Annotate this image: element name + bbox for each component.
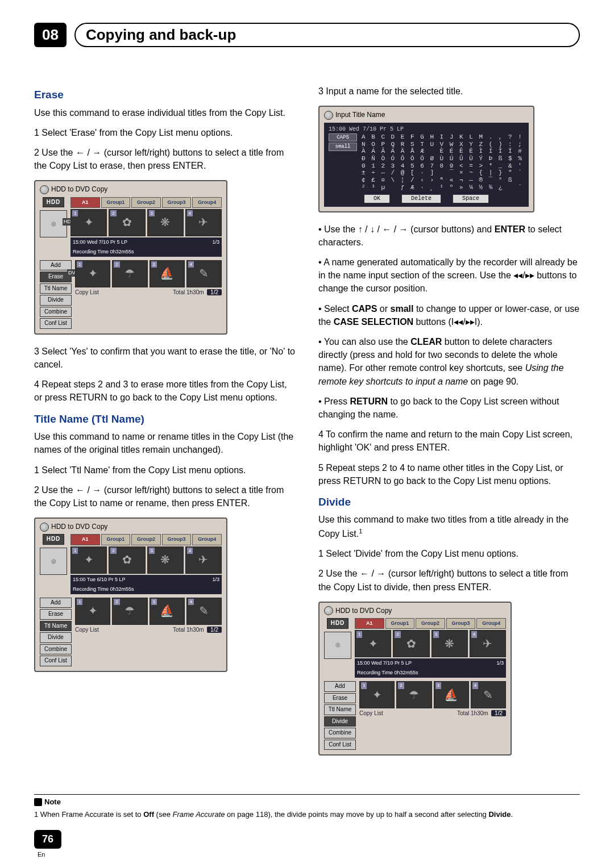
thumb: ✿ — [109, 209, 145, 236]
side-ttl: Ttl Name — [40, 621, 72, 632]
side-conf: Conf List — [40, 656, 72, 666]
chapter-number-badge: 08 — [34, 23, 67, 47]
left-column: Erase Use this command to erase individu… — [34, 81, 296, 766]
side-divide: Divide — [324, 716, 356, 727]
input-title-screenshot: Input Title Name 15:00 Wed 7/10 Pr 5 LP … — [318, 106, 534, 212]
thumb: ✿ — [109, 546, 145, 574]
tab-group2: Group2 — [131, 197, 161, 208]
footer-total: Total 1h30m — [457, 710, 488, 716]
thumb: ✦ — [70, 209, 107, 236]
chapter-title-pill: Copying and back-up — [74, 23, 580, 47]
right-column: 3 Input a name for the selected title. I… — [318, 81, 580, 766]
bullet-2: • A name generated automatically by the … — [318, 256, 580, 295]
erase-step-1: 1 Select 'Erase' from the Copy List menu… — [34, 126, 296, 139]
bullet-3: • Select CAPS or small to change to uppe… — [318, 302, 580, 328]
page-number: 76 — [34, 830, 61, 849]
screen-caption: HDD to DVD Copy — [40, 185, 222, 194]
thumb: ✈ — [185, 546, 222, 574]
thumb: ❋ — [432, 630, 468, 657]
input-step-4: 4 To confirm the name and return to the … — [318, 428, 580, 454]
ttl-heading: Title Name (Ttl Name) — [34, 411, 296, 427]
thumb: ✦ — [359, 681, 395, 708]
small-button: small — [329, 143, 357, 151]
divide-step-1: 1 Select 'Divide' from the Copy List men… — [318, 547, 580, 560]
divide-heading: Divide — [318, 494, 580, 510]
rewind-icon — [513, 270, 522, 280]
ffwd-icon — [525, 270, 534, 280]
side-divide: Divide — [40, 632, 72, 643]
rec-time: Recording Time 0h32m55s — [357, 669, 418, 677]
input-step-3: 3 Input a name for the selected title. — [318, 85, 580, 98]
erase-screenshot: HDD to DVD Copy HDD ◎ A1 Group1 Group2 G… — [34, 180, 227, 335]
tab-group4: Group4 — [476, 618, 506, 629]
tab-group3: Group3 — [162, 197, 192, 208]
rec-time: Recording Time 0h32m55s — [73, 248, 134, 256]
footer-ratio: 1/2 — [207, 627, 222, 633]
thumb: ❋ — [147, 546, 184, 574]
thumb: ✦ — [75, 598, 110, 625]
footer-ratio: 1/2 — [491, 710, 506, 716]
bullet-4: • You can also use the CLEAR button to d… — [318, 335, 580, 388]
thumb: ⛵ — [434, 681, 469, 708]
footer-total: Total 1h30m — [173, 289, 204, 295]
ok-button: OK — [364, 194, 390, 203]
screen-caption: HDD to DVD Copy — [324, 606, 506, 616]
thumb: ☂ — [112, 598, 147, 625]
tab-a1: A1 — [355, 618, 384, 629]
thumb: ✎ — [471, 681, 506, 708]
side-divide: Divide — [40, 295, 72, 306]
tab-group1: Group1 — [385, 618, 415, 629]
hdd-badge: HDD — [327, 618, 349, 629]
ttlname-screenshot: HDD to DVD Copy HDD ◎ A1 Group1 Group2 G… — [34, 518, 227, 672]
tab-group4: Group4 — [192, 197, 222, 208]
divide-screenshot: HDD to DVD Copy HDD ◎ A1 Group1 Group2 G… — [318, 602, 512, 756]
footer-copylist: Copy List — [75, 289, 99, 297]
divide-step-2: 2 Use the ← / → (cursor left/right) butt… — [318, 567, 580, 593]
char-grid: A B C D E F G H I J K L M . , ? ! N O P … — [362, 133, 524, 191]
space-button: Space — [453, 194, 489, 203]
side-combine: Combine — [40, 644, 72, 655]
note-badge: Note — [34, 797, 61, 807]
tab-group3: Group3 — [446, 618, 476, 629]
side-conf: Conf List — [40, 318, 72, 329]
input-titlebar: 15:00 Wed 7/10 Pr 5 LP — [329, 126, 524, 133]
caps-button: CAPS — [329, 133, 357, 141]
thumb: ✈ — [185, 209, 222, 236]
prev-icon — [451, 317, 463, 327]
tab-group4: Group4 — [192, 534, 222, 545]
tab-group1: Group1 — [101, 197, 131, 208]
rec-datetime: 15:00 Wed 7/10 Pr 5 LP — [73, 239, 127, 246]
footer-total: Total 1h30m — [173, 627, 204, 633]
ttl-step-1: 1 Select 'Ttl Name' from the Copy List m… — [34, 464, 296, 477]
footnote-text: 1 When Frame Accurate is set to Off (see… — [34, 810, 513, 819]
rec-ratio: 1/3 — [212, 576, 219, 583]
thumb: ✈ — [470, 630, 506, 657]
hdd-badge: HDD — [43, 534, 65, 545]
divide-intro: Use this command to make two titles from… — [318, 513, 580, 540]
tab-a1: A1 — [70, 534, 100, 545]
thumb: ❋ — [147, 209, 184, 236]
erase-intro: Use this command to erase individual tit… — [34, 106, 296, 119]
ttl-intro: Use this command to name or rename title… — [34, 430, 296, 456]
tab-group2: Group2 — [131, 534, 161, 545]
thumb: ✿ — [393, 630, 429, 657]
tab-group1: Group1 — [101, 534, 131, 545]
ttl-step-2: 2 Use the ← / → (cursor left/right) butt… — [34, 483, 296, 510]
rec-datetime: 15:00 Tue 6/10 Pr 5 LP — [73, 576, 126, 583]
erase-step-3: 3 Select 'Yes' to confirm that you want … — [34, 345, 296, 371]
side-ttl: Ttl Name — [324, 704, 356, 715]
tab-a1: A1 — [70, 197, 100, 208]
rec-ratio: 1/3 — [496, 660, 504, 667]
bullet-5: • Press RETURN to go back to the Copy Li… — [318, 395, 580, 421]
side-add: Add — [40, 598, 72, 608]
side-add: Add — [324, 681, 356, 692]
side-combine: Combine — [40, 307, 72, 318]
side-erase: Erase — [324, 693, 356, 704]
thumb: ✦ — [355, 630, 391, 657]
rec-datetime: 15:00 Wed 7/10 Pr 5 LP — [357, 660, 412, 667]
screen-caption: Input Title Name — [324, 110, 529, 120]
chapter-title: Copying and back-up — [86, 26, 236, 44]
erase-step-4: 4 Repeat steps 2 and 3 to erase more tit… — [34, 378, 296, 404]
next-icon — [466, 317, 477, 327]
erase-step-2: 2 Use the ← / → (cursor left/right) butt… — [34, 146, 296, 172]
